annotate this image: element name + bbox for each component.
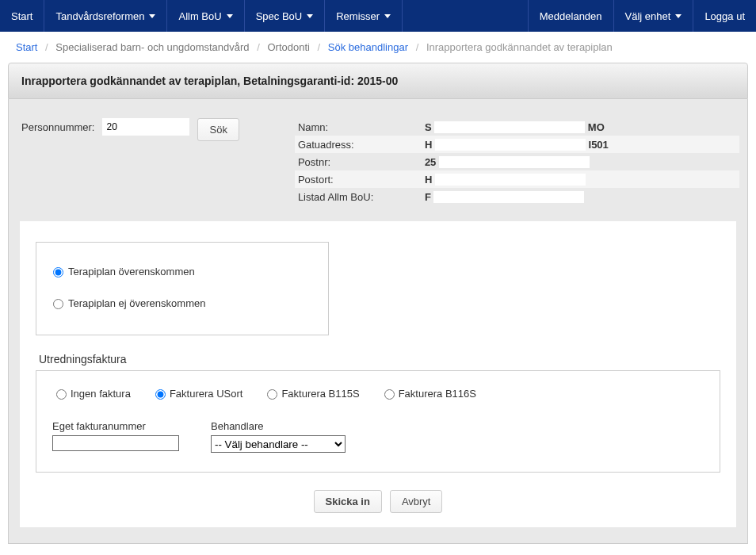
breadcrumb-current: Inrapportera godkännandet av terapiplan — [426, 41, 613, 53]
info-label-postnr: Postnr: — [295, 156, 422, 168]
radio-label: Fakturera USort — [170, 388, 242, 400]
radio-row: Fakturera USort — [151, 387, 242, 400]
radio-label: Fakturera B116S — [399, 388, 476, 400]
info-label-gatu: Gatuadress: — [295, 139, 422, 151]
section-utredningsfaktura: Utredningsfaktura — [39, 353, 720, 366]
radio-fakturera-b116s[interactable] — [384, 389, 395, 400]
own-invoice-label: Eget fakturanummer — [52, 420, 179, 432]
personnummer-search: Personnummer: Sök — [17, 118, 239, 205]
submit-button[interactable]: Skicka in — [314, 490, 382, 513]
nav-label: Allm BoU — [178, 10, 221, 22]
nav-item-remisser[interactable]: Remisser — [325, 0, 403, 32]
nav-item-meddelanden[interactable]: Meddelanden — [528, 0, 613, 32]
navbar: Start Tandvårdsreformen Allm BoU Spec Bo… — [0, 0, 756, 32]
behandlare-select[interactable]: -- Välj behandlare -- — [211, 435, 346, 453]
terapiplan-group: Terapiplan överenskommen Terapiplan ej ö… — [36, 242, 329, 335]
info-value-postnr: 25 — [422, 156, 739, 168]
chevron-down-icon — [149, 14, 155, 18]
chevron-down-icon — [675, 14, 682, 18]
form-panel: Terapiplan överenskommen Terapiplan ej ö… — [20, 221, 736, 527]
personnummer-input[interactable] — [102, 118, 189, 136]
radio-row: Ingen faktura — [52, 387, 131, 400]
chevron-down-icon — [384, 14, 391, 18]
nav-label: Meddelanden — [540, 10, 602, 22]
info-label-namn: Namn: — [295, 121, 422, 133]
nav-item-logga-ut[interactable]: Logga ut — [693, 0, 756, 32]
nav-label: Välj enhet — [625, 10, 671, 22]
radio-fakturera-b115s[interactable] — [267, 389, 277, 400]
form-actions: Skicka in Avbryt — [36, 490, 720, 513]
own-invoice-field: Eget fakturanummer — [52, 420, 179, 453]
radio-label: Terapiplan överenskommen — [68, 266, 195, 278]
behandlare-label: Behandlare — [211, 420, 346, 432]
nav-item-start[interactable]: Start — [0, 0, 44, 32]
search-button[interactable]: Sök — [197, 118, 239, 141]
breadcrumb-link-start[interactable]: Start — [16, 41, 37, 53]
behandlare-field: Behandlare -- Välj behandlare -- — [211, 420, 346, 453]
breadcrumb-link-sok[interactable]: Sök behandlingar — [328, 41, 408, 53]
radio-row: Terapiplan ej överenskommen — [49, 297, 315, 309]
nav-item-tandvardsreformen[interactable]: Tandvårdsreformen — [44, 0, 167, 32]
info-value-gatu: H I501 — [422, 139, 739, 151]
breadcrumb-sep: / — [313, 41, 326, 53]
patient-info: Namn: S MO Gatuadress: H I501 Postnr: — [295, 118, 739, 205]
radio-row: Terapiplan överenskommen — [49, 265, 315, 278]
breadcrumb-text: Specialiserad barn- och ungdomstandvård — [55, 41, 249, 53]
nav-label: Logga ut — [704, 10, 745, 22]
chevron-down-icon — [307, 14, 313, 18]
nav-label: Spec BoU — [256, 10, 303, 22]
navbar-left: Start Tandvårdsreformen Allm BoU Spec Bo… — [0, 0, 403, 32]
personnummer-label: Personnummer: — [21, 118, 94, 133]
info-label-listad: Listad Allm BoU: — [295, 191, 422, 203]
navbar-right: Meddelanden Välj enhet Logga ut — [528, 0, 756, 32]
cancel-button[interactable]: Avbryt — [390, 490, 443, 513]
breadcrumb: Start / Specialiserad barn- och ungdomst… — [0, 32, 756, 63]
nav-label: Start — [11, 10, 32, 22]
radio-label: Fakturera B115S — [281, 388, 359, 400]
nav-item-valj-enhet[interactable]: Välj enhet — [613, 0, 693, 32]
radio-fakturera-usort[interactable] — [155, 389, 166, 400]
radio-ingen-faktura[interactable] — [56, 389, 67, 400]
radio-row: Fakturera B116S — [380, 387, 476, 400]
details-panel: Personnummer: Sök Namn: S MO Gatuadress:… — [8, 99, 748, 544]
invoice-group: Ingen faktura Fakturera USort Fakturera … — [36, 370, 720, 473]
breadcrumb-sep: / — [411, 41, 424, 53]
nav-label: Remisser — [336, 10, 380, 22]
info-value-postort: H — [422, 174, 739, 186]
nav-item-allm-bou[interactable]: Allm BoU — [167, 0, 244, 32]
page-title: Inrapportera godkännandet av terapiplan,… — [8, 63, 748, 99]
radio-row: Fakturera B115S — [263, 387, 359, 400]
nav-item-spec-bou[interactable]: Spec BoU — [245, 0, 326, 32]
info-value-listad: F — [422, 191, 739, 203]
radio-terapiplan-overenskommen[interactable] — [53, 267, 63, 278]
own-invoice-input[interactable] — [52, 435, 179, 451]
radio-terapiplan-ej-overenskommen[interactable] — [53, 299, 63, 309]
info-value-namn: S MO — [422, 121, 739, 133]
chevron-down-icon — [227, 14, 233, 18]
breadcrumb-sep: / — [40, 41, 53, 53]
radio-label: Terapiplan ej överenskommen — [68, 297, 205, 309]
breadcrumb-sep: / — [252, 41, 265, 53]
nav-label: Tandvårdsreformen — [55, 10, 144, 22]
info-label-postort: Postort: — [295, 174, 422, 186]
radio-label: Ingen faktura — [71, 388, 131, 400]
breadcrumb-text: Ortodonti — [267, 41, 309, 53]
